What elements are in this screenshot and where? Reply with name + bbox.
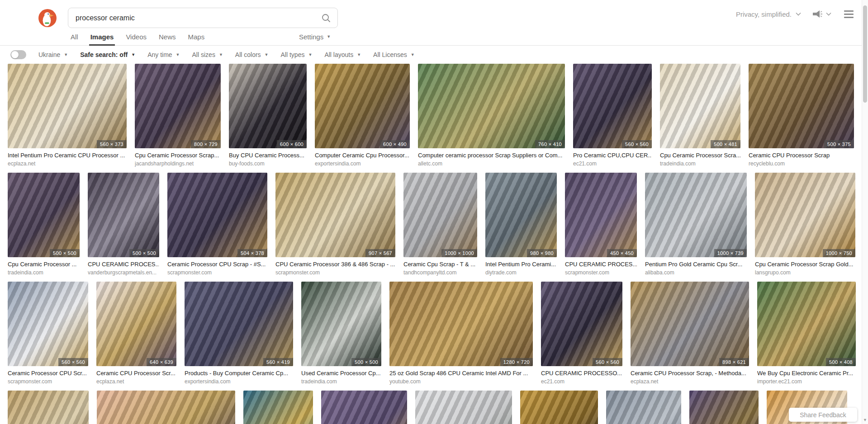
image-result-title[interactable]: Ceramic Cpu Scrap - T & ...: [403, 261, 477, 268]
filter-region[interactable]: Ukraine ▼: [38, 51, 68, 58]
search-icon[interactable]: [320, 12, 332, 24]
image-thumbnail[interactable]: 898 × 621: [631, 282, 749, 366]
image-size-badge: 500 × 408: [826, 358, 856, 366]
image-result-title[interactable]: Cpu Ceramic Processor Scra...: [660, 152, 740, 159]
image-result-title[interactable]: Cpu Ceramic Processor Scrap...: [135, 152, 221, 159]
image-result-title[interactable]: Used Ceramic Processor Cp...: [301, 370, 381, 377]
image-size-badge: 898 × 621: [719, 358, 749, 366]
tab-images[interactable]: Images: [90, 28, 114, 45]
image-result-title[interactable]: Ceramic CPU Processor Scrap, - Methoda..…: [631, 370, 749, 377]
image-thumbnail[interactable]: [321, 391, 407, 424]
image-size-badge: 600 × 600: [277, 140, 307, 148]
filter-all-sizes[interactable]: All sizes ▼: [192, 51, 223, 58]
image-result-title[interactable]: CPU CERAMIC PROCESSO...: [541, 370, 622, 377]
image-thumbnail[interactable]: 500 × 375: [749, 64, 854, 148]
filter-all-colors[interactable]: All colors ▼: [235, 51, 269, 58]
image-result-title[interactable]: Computer ceramic processor Scrap Supplie…: [418, 152, 565, 159]
privacy-tagline-dropdown[interactable]: Privacy, simplified.: [736, 10, 801, 18]
image-result-title[interactable]: We Buy Cpu Electronic Ceramic Pr...: [757, 370, 856, 377]
image-result-title[interactable]: Ceramic CPU Processor Scrap: [749, 152, 854, 159]
image-result-title[interactable]: Pentium Pro Gold Ceramic Cpu Scr...: [645, 261, 747, 268]
image-thumbnail[interactable]: [520, 391, 598, 424]
image-thumbnail[interactable]: [415, 391, 512, 424]
tab-all[interactable]: All: [71, 28, 78, 45]
image-thumbnail[interactable]: 500 × 481: [660, 64, 740, 148]
image-result-domain: importer.ec21.com: [757, 378, 856, 385]
image-result-domain: vanderburgscrapmetals.en...: [88, 269, 159, 276]
image-result-title[interactable]: Intel Pentium Pro Ceramic CPU Processor …: [8, 152, 127, 159]
image-result-title[interactable]: Ceramic Processor CPU Scrap - #S...: [167, 261, 267, 268]
image-thumbnail[interactable]: 1000 × 739: [645, 173, 747, 257]
image-thumbnail[interactable]: 560 × 560: [573, 64, 652, 148]
image-thumbnail[interactable]: 500 × 500: [8, 173, 80, 257]
image-size-badge: 560 × 560: [593, 358, 622, 366]
image-thumbnail[interactable]: 760 × 410: [418, 64, 565, 148]
image-thumbnail[interactable]: 560 × 560: [8, 282, 88, 366]
image-results-row: 560 × 373Intel Pentium Pro Ceramic CPU P…: [8, 64, 854, 167]
scrollbar: ▼: [862, 0, 868, 424]
tab-videos[interactable]: Videos: [126, 28, 147, 45]
share-feedback-button[interactable]: Share Feedback: [789, 408, 857, 422]
image-result-domain: exportersindia.com: [185, 378, 293, 385]
image-thumbnail[interactable]: [97, 391, 235, 424]
image-thumbnail[interactable]: [243, 391, 313, 424]
scrollbar-thumb[interactable]: [863, 5, 867, 103]
image-thumbnail[interactable]: 560 × 560: [541, 282, 622, 366]
duckduckgo-logo[interactable]: [38, 9, 57, 28]
filter-all-types[interactable]: All types ▼: [281, 51, 313, 58]
image-size-badge: 640 × 639: [147, 358, 176, 366]
image-thumbnail[interactable]: 560 × 373: [8, 64, 127, 148]
image-thumbnail[interactable]: 500 × 408: [757, 282, 856, 366]
image-result-title[interactable]: 25 oz Gold Scrap 486 CPU Ceramic Intel A…: [389, 370, 533, 377]
search-input[interactable]: [76, 14, 320, 22]
image-thumbnail[interactable]: 980 × 980: [485, 173, 557, 257]
region-toggle[interactable]: [10, 50, 26, 59]
announcement-dropdown[interactable]: [812, 9, 831, 19]
image-result-title[interactable]: Ceramic CPU Processor Scr...: [96, 370, 176, 377]
image-result-domain: buy-foods.com: [229, 160, 307, 167]
image-thumbnail[interactable]: 560 × 419: [185, 282, 293, 366]
menu-icon[interactable]: [842, 9, 855, 20]
image-result-title[interactable]: Buy CPU Ceramic Process...: [229, 152, 307, 159]
image-thumbnail[interactable]: 1000 × 750: [755, 173, 855, 257]
image-thumbnail[interactable]: 450 × 450: [565, 173, 637, 257]
image-thumbnail[interactable]: 504 × 378: [167, 173, 267, 257]
image-thumbnail[interactable]: 907 × 567: [275, 173, 395, 257]
image-result-title[interactable]: CPU Ceramic Processor 386 & 486 Scrap - …: [275, 261, 395, 268]
tab-news[interactable]: News: [159, 28, 176, 45]
header: Privacy, simplified.: [0, 0, 868, 28]
image-thumbnail[interactable]: [606, 391, 681, 424]
image-result-title[interactable]: Computer Ceramic Cpu Processor...: [315, 152, 410, 159]
image-thumbnail[interactable]: 800 × 729: [135, 64, 221, 148]
image-thumbnail[interactable]: 600 × 490: [315, 64, 410, 148]
image-result-title[interactable]: Cpu Ceramic Processor Scrap Gold...: [755, 261, 855, 268]
image-thumbnail[interactable]: [8, 391, 89, 424]
image-thumbnail[interactable]: 500 × 500: [301, 282, 381, 366]
tab-maps[interactable]: Maps: [188, 28, 204, 45]
image-result-title[interactable]: Cpu Ceramic Processor ...: [8, 261, 80, 268]
image-thumbnail[interactable]: 1000 × 1000: [403, 173, 477, 257]
image-result: 560 × 560Pro Ceramic CPU,CPU CER...ec21.…: [573, 64, 652, 167]
filter-all-layouts[interactable]: All layouts ▼: [324, 51, 361, 58]
filter-safe-search[interactable]: Safe search: off ▼: [80, 51, 135, 58]
image-result-title[interactable]: Ceramic Processor CPU Scr...: [8, 370, 88, 377]
image-result-title[interactable]: CPU CERAMIC PROCES...: [88, 261, 159, 268]
image-thumbnail[interactable]: 640 × 639: [96, 282, 176, 366]
filter-all-licenses[interactable]: All Licenses ▼: [373, 51, 415, 58]
settings-dropdown[interactable]: Settings ▼: [299, 28, 331, 45]
filter-any-time[interactable]: Any time ▼: [147, 51, 180, 58]
image-thumbnail[interactable]: 600 × 600: [229, 64, 307, 148]
image-thumbnail[interactable]: [689, 391, 759, 424]
image-result-title[interactable]: Products - Buy Computer Ceramic Cp...: [185, 370, 293, 377]
image-size-badge: 800 × 729: [191, 140, 221, 148]
image-result-domain: jacandsharpholdings.net: [135, 160, 221, 167]
image-result-title[interactable]: Intel Pentium Pro Cerami...: [485, 261, 557, 268]
image-thumbnail[interactable]: 1280 × 720: [389, 282, 533, 366]
image-results-row: [8, 391, 854, 424]
image-thumbnail[interactable]: 500 × 500: [88, 173, 159, 257]
image-result: [97, 391, 235, 424]
image-result-title[interactable]: CPU CERAMIC PROCES...: [565, 261, 637, 268]
image-size-badge: 1000 × 1000: [441, 249, 477, 257]
scrollbar-down-arrow[interactable]: ▼: [862, 418, 868, 422]
image-result-title[interactable]: Pro Ceramic CPU,CPU CER...: [573, 152, 652, 159]
